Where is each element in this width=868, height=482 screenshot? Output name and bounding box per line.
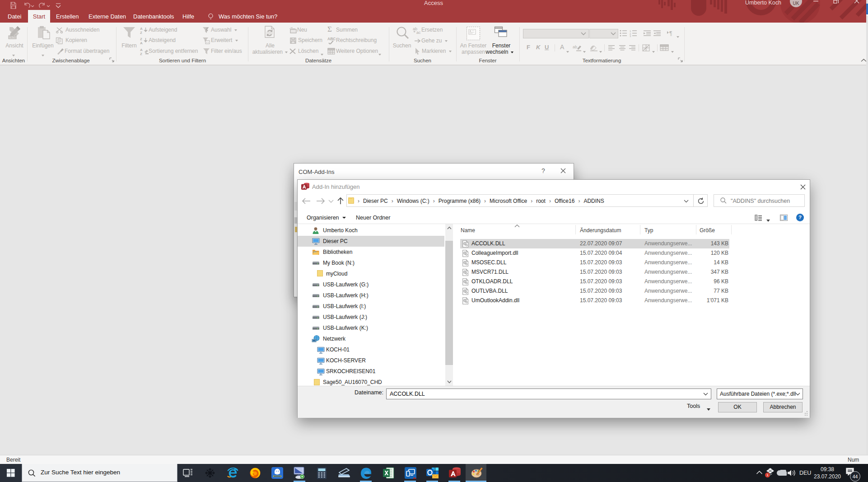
svg-text:3: 3: [630, 35, 631, 37]
svg-text:¶: ¶: [669, 30, 672, 36]
svg-text:A: A: [140, 41, 143, 45]
svg-text:ab: ab: [573, 45, 577, 49]
svg-text:ac: ac: [416, 30, 421, 34]
svg-text:Z: Z: [140, 52, 142, 56]
svg-text:ABC: ABC: [327, 37, 336, 41]
svg-text:Z: Z: [140, 31, 142, 34]
